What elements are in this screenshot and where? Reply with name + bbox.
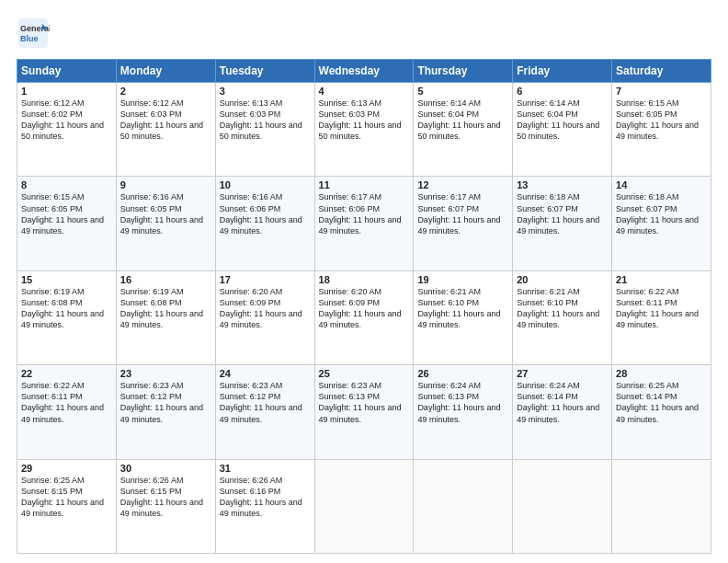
day-number: 29 [21,463,112,474]
calendar-cell: 20 Sunrise: 6:21 AM Sunset: 6:10 PM Dayl… [513,270,612,364]
day-info: Sunrise: 6:24 AM Sunset: 6:13 PM Dayligh… [417,380,508,425]
day-info: Sunrise: 6:21 AM Sunset: 6:10 PM Dayligh… [517,286,608,331]
calendar-cell: 3 Sunrise: 6:13 AM Sunset: 6:03 PM Dayli… [215,83,314,177]
day-number: 6 [517,86,608,97]
week-row-3: 15 Sunrise: 6:19 AM Sunset: 6:08 PM Dayl… [17,270,711,364]
calendar-cell: 12 Sunrise: 6:17 AM Sunset: 6:07 PM Dayl… [414,177,513,270]
day-info: Sunrise: 6:25 AM Sunset: 6:14 PM Dayligh… [616,380,707,425]
day-number: 7 [616,86,707,97]
day-number: 5 [417,86,508,97]
calendar-cell [612,459,711,553]
weekday-header-thursday: Thursday [414,60,513,83]
calendar-cell: 10 Sunrise: 6:16 AM Sunset: 6:06 PM Dayl… [215,177,314,270]
week-row-2: 8 Sunrise: 6:15 AM Sunset: 6:05 PM Dayli… [17,177,711,270]
day-number: 2 [120,86,211,97]
calendar-cell: 6 Sunrise: 6:14 AM Sunset: 6:04 PM Dayli… [513,83,612,177]
calendar-cell [414,459,513,553]
day-number: 15 [21,274,112,285]
day-number: 12 [417,179,508,190]
calendar-cell: 30 Sunrise: 6:26 AM Sunset: 6:15 PM Dayl… [116,459,215,553]
header: General Blue [17,17,711,50]
day-info: Sunrise: 6:18 AM Sunset: 6:07 PM Dayligh… [517,191,608,236]
day-number: 8 [21,179,112,190]
logo: General Blue [17,17,50,50]
day-info: Sunrise: 6:14 AM Sunset: 6:04 PM Dayligh… [417,98,508,143]
day-number: 31 [220,463,311,474]
day-info: Sunrise: 6:13 AM Sunset: 6:03 PM Dayligh… [319,98,410,143]
calendar-cell: 18 Sunrise: 6:20 AM Sunset: 6:09 PM Dayl… [314,270,414,364]
day-info: Sunrise: 6:23 AM Sunset: 6:12 PM Dayligh… [120,380,211,425]
weekday-header-tuesday: Tuesday [215,60,314,83]
day-info: Sunrise: 6:12 AM Sunset: 6:02 PM Dayligh… [21,98,112,143]
calendar-cell: 28 Sunrise: 6:25 AM Sunset: 6:14 PM Dayl… [612,365,711,459]
calendar-cell: 31 Sunrise: 6:26 AM Sunset: 6:16 PM Dayl… [215,459,314,553]
calendar-cell: 22 Sunrise: 6:22 AM Sunset: 6:11 PM Dayl… [17,365,117,459]
svg-text:Blue: Blue [20,34,39,43]
calendar-cell: 23 Sunrise: 6:23 AM Sunset: 6:12 PM Dayl… [116,365,215,459]
day-info: Sunrise: 6:14 AM Sunset: 6:04 PM Dayligh… [517,98,608,143]
day-number: 9 [120,179,211,190]
day-info: Sunrise: 6:21 AM Sunset: 6:10 PM Dayligh… [417,286,508,331]
calendar-cell: 1 Sunrise: 6:12 AM Sunset: 6:02 PM Dayli… [17,83,117,177]
day-info: Sunrise: 6:19 AM Sunset: 6:08 PM Dayligh… [120,286,211,331]
day-info: Sunrise: 6:18 AM Sunset: 6:07 PM Dayligh… [616,191,707,236]
week-row-5: 29 Sunrise: 6:25 AM Sunset: 6:15 PM Dayl… [17,459,711,553]
day-info: Sunrise: 6:23 AM Sunset: 6:12 PM Dayligh… [220,380,311,425]
day-info: Sunrise: 6:24 AM Sunset: 6:14 PM Dayligh… [517,380,608,425]
day-number: 16 [120,274,211,285]
logo-icon: General Blue [17,17,50,50]
day-info: Sunrise: 6:12 AM Sunset: 6:03 PM Dayligh… [120,98,211,143]
calendar-cell: 19 Sunrise: 6:21 AM Sunset: 6:10 PM Dayl… [414,270,513,364]
day-info: Sunrise: 6:17 AM Sunset: 6:06 PM Dayligh… [319,191,410,236]
calendar-cell: 13 Sunrise: 6:18 AM Sunset: 6:07 PM Dayl… [513,177,612,270]
day-info: Sunrise: 6:26 AM Sunset: 6:15 PM Dayligh… [120,475,211,520]
day-number: 10 [220,179,311,190]
day-number: 27 [517,368,608,379]
day-info: Sunrise: 6:15 AM Sunset: 6:05 PM Dayligh… [21,191,112,236]
calendar-cell: 5 Sunrise: 6:14 AM Sunset: 6:04 PM Dayli… [414,83,513,177]
day-number: 28 [616,368,707,379]
calendar-cell: 27 Sunrise: 6:24 AM Sunset: 6:14 PM Dayl… [513,365,612,459]
weekday-header-wednesday: Wednesday [314,60,414,83]
day-info: Sunrise: 6:17 AM Sunset: 6:07 PM Dayligh… [417,191,508,236]
calendar-cell: 29 Sunrise: 6:25 AM Sunset: 6:15 PM Dayl… [17,459,117,553]
calendar-cell: 25 Sunrise: 6:23 AM Sunset: 6:13 PM Dayl… [314,365,414,459]
day-info: Sunrise: 6:19 AM Sunset: 6:08 PM Dayligh… [21,286,112,331]
day-number: 22 [21,368,112,379]
day-number: 25 [319,368,410,379]
calendar-cell: 11 Sunrise: 6:17 AM Sunset: 6:06 PM Dayl… [314,177,414,270]
calendar-table: SundayMondayTuesdayWednesdayThursdayFrid… [17,59,711,554]
day-number: 26 [417,368,508,379]
page: General Blue SundayMondayTuesdayWednesda… [0,0,728,563]
calendar-cell: 16 Sunrise: 6:19 AM Sunset: 6:08 PM Dayl… [116,270,215,364]
calendar-cell: 7 Sunrise: 6:15 AM Sunset: 6:05 PM Dayli… [612,83,711,177]
day-info: Sunrise: 6:20 AM Sunset: 6:09 PM Dayligh… [220,286,311,331]
calendar-cell: 2 Sunrise: 6:12 AM Sunset: 6:03 PM Dayli… [116,83,215,177]
weekday-header-monday: Monday [116,60,215,83]
day-number: 3 [220,86,311,97]
day-info: Sunrise: 6:26 AM Sunset: 6:16 PM Dayligh… [220,475,311,520]
calendar-cell [314,459,414,553]
day-number: 30 [120,463,211,474]
day-info: Sunrise: 6:16 AM Sunset: 6:05 PM Dayligh… [120,191,211,236]
day-info: Sunrise: 6:22 AM Sunset: 6:11 PM Dayligh… [21,380,112,425]
day-number: 23 [120,368,211,379]
day-number: 18 [319,274,410,285]
week-row-4: 22 Sunrise: 6:22 AM Sunset: 6:11 PM Dayl… [17,365,711,459]
day-number: 13 [517,179,608,190]
calendar-cell: 24 Sunrise: 6:23 AM Sunset: 6:12 PM Dayl… [215,365,314,459]
day-info: Sunrise: 6:15 AM Sunset: 6:05 PM Dayligh… [616,98,707,143]
weekday-header-saturday: Saturday [612,60,711,83]
day-number: 17 [220,274,311,285]
calendar-cell: 9 Sunrise: 6:16 AM Sunset: 6:05 PM Dayli… [116,177,215,270]
day-number: 24 [220,368,311,379]
day-number: 1 [21,86,112,97]
day-info: Sunrise: 6:22 AM Sunset: 6:11 PM Dayligh… [616,286,707,331]
day-number: 21 [616,274,707,285]
calendar-cell [513,459,612,553]
day-info: Sunrise: 6:16 AM Sunset: 6:06 PM Dayligh… [220,191,311,236]
weekday-header-friday: Friday [513,60,612,83]
calendar-cell: 17 Sunrise: 6:20 AM Sunset: 6:09 PM Dayl… [215,270,314,364]
calendar-cell: 21 Sunrise: 6:22 AM Sunset: 6:11 PM Dayl… [612,270,711,364]
day-number: 20 [517,274,608,285]
